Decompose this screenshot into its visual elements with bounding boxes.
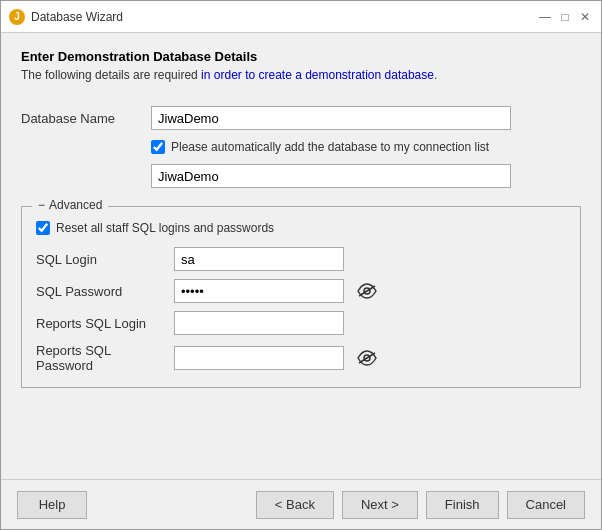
window-title: Database Wizard — [31, 10, 123, 24]
app-icon: J — [9, 9, 25, 25]
eye-icon — [356, 283, 378, 299]
connection-name-row — [151, 164, 581, 188]
close-button[interactable]: ✕ — [577, 9, 593, 25]
footer: Help < Back Next > Finish Cancel — [1, 479, 601, 529]
next-button[interactable]: Next > — [342, 491, 418, 519]
title-controls: — □ ✕ — [537, 9, 593, 25]
database-name-input[interactable] — [151, 106, 511, 130]
form-section: Database Name Please automatically add t… — [21, 106, 581, 188]
advanced-legend: − Advanced — [32, 198, 108, 212]
sql-password-eye-button[interactable] — [352, 279, 382, 303]
connection-name-input[interactable] — [151, 164, 511, 188]
sql-password-row: SQL Password — [36, 279, 566, 303]
main-window: J Database Wizard — □ ✕ Enter Demonstrat… — [0, 0, 602, 530]
maximize-button[interactable]: □ — [557, 9, 573, 25]
sql-login-label: SQL Login — [36, 252, 166, 267]
title-bar: J Database Wizard — □ ✕ — [1, 1, 601, 33]
advanced-legend-label: Advanced — [49, 198, 102, 212]
auto-add-label: Please automatically add the database to… — [171, 140, 489, 154]
sql-password-label: SQL Password — [36, 284, 166, 299]
sql-login-row: SQL Login — [36, 247, 566, 271]
eye-icon-2 — [356, 350, 378, 366]
reports-sql-password-input[interactable] — [174, 346, 344, 370]
auto-add-row: Please automatically add the database to… — [151, 140, 581, 154]
header-title: Enter Demonstration Database Details — [21, 49, 581, 64]
advanced-group: − Advanced Reset all staff SQL logins an… — [21, 206, 581, 388]
advanced-fields: SQL Login SQL Password — [36, 247, 566, 373]
help-button[interactable]: Help — [17, 491, 87, 519]
minimize-button[interactable]: — — [537, 9, 553, 25]
header-subtitle-post: . — [434, 68, 437, 82]
header-subtitle: The following details are required in or… — [21, 68, 581, 82]
header-subtitle-pre: The following details are required — [21, 68, 201, 82]
sql-password-input[interactable] — [174, 279, 344, 303]
database-name-label: Database Name — [21, 111, 141, 126]
database-name-row: Database Name — [21, 106, 581, 130]
reports-sql-password-eye-button[interactable] — [352, 346, 382, 370]
advanced-collapse-icon[interactable]: − — [38, 198, 45, 212]
reports-sql-password-row: Reports SQL Password — [36, 343, 566, 373]
cancel-button[interactable]: Cancel — [507, 491, 585, 519]
footer-right: < Back Next > Finish Cancel — [256, 491, 585, 519]
reports-sql-login-row: Reports SQL Login — [36, 311, 566, 335]
reports-sql-login-label: Reports SQL Login — [36, 316, 166, 331]
sql-login-input[interactable] — [174, 247, 344, 271]
auto-add-checkbox[interactable] — [151, 140, 165, 154]
reset-checkbox[interactable] — [36, 221, 50, 235]
back-button[interactable]: < Back — [256, 491, 334, 519]
finish-button[interactable]: Finish — [426, 491, 499, 519]
reset-checkbox-label: Reset all staff SQL logins and passwords — [56, 221, 274, 235]
reports-sql-login-input[interactable] — [174, 311, 344, 335]
footer-left: Help — [17, 491, 87, 519]
reports-sql-password-label: Reports SQL Password — [36, 343, 166, 373]
header-subtitle-blue: in order to create a demonstration datab… — [201, 68, 434, 82]
header-section: Enter Demonstration Database Details The… — [21, 49, 581, 82]
content-area: Enter Demonstration Database Details The… — [1, 33, 601, 479]
title-bar-left: J Database Wizard — [9, 9, 123, 25]
reset-checkbox-row: Reset all staff SQL logins and passwords — [36, 221, 566, 235]
